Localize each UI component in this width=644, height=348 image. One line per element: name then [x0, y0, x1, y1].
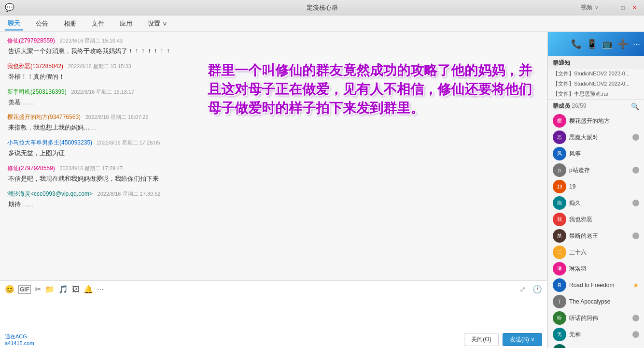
username-2[interactable]: 我也邪恶(137285042) — [7, 63, 63, 70]
menu-bar: 聊天 公告 相册 文件 应用 设置 ∨ — [0, 15, 644, 32]
gif-icon[interactable]: GIF — [18, 285, 31, 294]
member-item[interactable]: 琳琳洛羽 — [548, 261, 644, 277]
expand-icon[interactable]: ⤢ — [519, 285, 526, 294]
member-item[interactable]: 无无神 — [548, 326, 644, 343]
member-item[interactable]: 樱樱花盛开的地方 — [548, 113, 644, 129]
bell-icon[interactable]: 🔔 — [84, 285, 93, 294]
member-item[interactable]: 三三十六 — [548, 244, 644, 261]
member-item[interactable]: 风风筝 — [548, 145, 644, 162]
input-footer: 通在ACG a41415.com 关闭(O) 发送(S) ∨ — [0, 331, 547, 348]
message-header: 小马拉大车单男多主(450093235) 2022/8/16 星期二 17:28… — [7, 139, 540, 147]
message-block: 新手司机(2503136399) 2022/8/16 星期二 15:18:17 … — [7, 88, 540, 108]
notice-item-2[interactable]: 【文件】StudioNEOV2 2022-0... — [548, 79, 644, 89]
member-badge-icon — [632, 232, 639, 239]
footer-right: 关闭(O) 发送(S) ∨ — [464, 333, 542, 346]
close-btn[interactable]: × — [630, 3, 639, 12]
menu-notice[interactable]: 公告 — [33, 17, 51, 30]
menu-settings[interactable]: 设置 ∨ — [145, 17, 170, 30]
msg-content-7: 期待…… — [7, 200, 540, 210]
logo-line1: 通在ACG — [5, 333, 34, 340]
menu-album[interactable]: 相册 — [61, 17, 79, 30]
username-1[interactable]: 修仙(2797928559) — [7, 37, 55, 44]
members-header: 群成员 26/59 🔍 — [548, 99, 644, 113]
msg-time-4: 2022/8/16 星期二 16:07:29 — [85, 114, 149, 120]
username-3[interactable]: 新手司机(2503136399) — [7, 88, 67, 95]
member-item[interactable]: 听听话的阿伟 — [548, 310, 644, 326]
member-name: 琳洛羽 — [569, 265, 639, 273]
right-panel-sections: 群通知 【文件】StudioNEOV2 2022-0... 【文件】Studio… — [548, 56, 644, 348]
member-avatar: 恶 — [553, 130, 566, 144]
input-toolbar: 😊 GIF ✂ 📁 🎵 🖼 🔔 ··· ⤢ 🕐 — [0, 281, 547, 298]
member-list: 樱樱花盛开的地方恶恶魔大派对风风筝pp站遗存1919痴痴久我我也邪恶禁禁断的老王… — [548, 113, 644, 348]
message-block: 樱花盛开的地方(934776563) 2022/8/16 星期二 16:07:2… — [7, 113, 540, 133]
message-block: 潮汐海灵<ccc0993@vip.qq.com> 2022/8/16 星期二 1… — [7, 190, 540, 210]
call-icon[interactable]: 📞 — [571, 39, 582, 49]
member-item[interactable]: pp站遗存 — [548, 162, 644, 178]
scissors-icon[interactable]: ✂ — [35, 285, 41, 294]
message-block: 小马拉大车单男多主(450093235) 2022/8/16 星期二 17:28… — [7, 139, 540, 159]
more-icon[interactable]: ··· — [97, 285, 103, 294]
phone-icon[interactable]: 📱 — [587, 39, 597, 49]
member-badge-icon — [632, 134, 639, 141]
menu-app[interactable]: 应用 — [117, 17, 135, 30]
username-7[interactable]: 潮汐海灵<ccc0993@vip.qq.com> — [7, 190, 93, 197]
more-options-icon[interactable]: ··· — [633, 39, 640, 49]
member-item[interactable]: 痴痴久 — [548, 195, 644, 211]
menu-chat[interactable]: 聊天 — [5, 17, 23, 30]
message-header: 修仙(2797928559) 2022/8/16 星期二 17:29:47 — [7, 164, 540, 173]
screen-icon[interactable]: 📺 — [602, 39, 613, 49]
member-item[interactable]: 1919 — [548, 178, 644, 195]
close-button[interactable]: 关闭(O) — [464, 333, 498, 346]
member-item[interactable]: RRoad to Freedom★ — [548, 277, 644, 293]
member-name: 痴久 — [569, 199, 630, 207]
image-icon[interactable]: 🖼 — [72, 285, 80, 294]
send-button[interactable]: 发送(S) ∨ — [503, 333, 542, 346]
window-controls: 视频 ∨ — □ × — [578, 2, 639, 13]
folder-icon[interactable]: 📁 — [45, 285, 55, 294]
member-badge-icon — [632, 315, 639, 321]
member-name: 无神 — [569, 331, 630, 339]
messages-container: 修仙(2797928559) 2022/8/16 星期二 15:10:43 告诉… — [0, 32, 547, 280]
message-header: 新手司机(2503136399) 2022/8/16 星期二 15:18:17 — [7, 88, 540, 96]
msg-content-5: 多说无益，上图为证 — [7, 148, 540, 159]
member-avatar: 琳 — [553, 262, 566, 276]
right-panel-header: 📞 📱 📺 ➕ ··· — [548, 32, 644, 56]
notice-item-3[interactable]: 【文件】李思思预览.rar — [548, 89, 644, 99]
member-name: Road to Freedom — [569, 282, 630, 289]
username-5[interactable]: 小马拉大车单男多主(450093235) — [7, 139, 92, 146]
add-icon[interactable]: ➕ — [617, 39, 628, 49]
message-block: 我也邪恶(137285042) 2022/8/16 星期二 15:15:33 卧… — [7, 62, 540, 82]
msg-content-4: 来指教，我也想上我的妈妈…… — [7, 123, 540, 133]
minimize-btn[interactable]: — — [604, 3, 616, 12]
music-icon[interactable]: 🎵 — [58, 285, 68, 294]
member-search-icon[interactable]: 🔍 — [631, 102, 639, 110]
member-badge-icon — [632, 167, 639, 174]
msg-time-7: 2022/8/16 星期二 17:30:52 — [98, 191, 161, 197]
msg-content-3: 羡慕…… — [7, 98, 540, 108]
member-name: 19 — [569, 183, 639, 190]
notice-item-1[interactable]: 【文件】StudioNEOV2 2022-0... — [548, 69, 644, 79]
member-avatar: 痴 — [553, 196, 566, 210]
msg-content-1: 告诉大家一个好消息，我终于攻略我妈妈了！！！！！！！ — [7, 46, 540, 57]
member-item[interactable]: TThe Apocalypse — [548, 293, 644, 310]
member-avatar: 樱 — [553, 114, 566, 128]
right-panel: 📞 📱 📺 ➕ ··· 群通知 【文件】StudioNEOV2 2022-0..… — [547, 32, 644, 348]
username-4[interactable]: 樱花盛开的地方(934776563) — [7, 114, 81, 120]
member-name: 三十六 — [569, 248, 639, 257]
member-name: 恶魔大派对 — [569, 133, 630, 142]
member-item[interactable]: 衣衣一 — [548, 343, 644, 348]
message-header: 潮汐海灵<ccc0993@vip.qq.com> 2022/8/16 星期二 1… — [7, 190, 540, 198]
member-item[interactable]: 我我也邪恶 — [548, 211, 644, 228]
msg-content-6: 不信是吧，我现在就和我妈妈做爱呢，我给你们拍下来 — [7, 174, 540, 184]
video-btn[interactable]: 视频 ∨ — [578, 2, 602, 13]
menu-file[interactable]: 文件 — [89, 17, 107, 30]
username-6[interactable]: 修仙(2797928559) — [7, 165, 55, 172]
clock-icon[interactable]: 🕐 — [532, 285, 542, 294]
msg-content-2: 卧槽！！真的假的！ — [7, 72, 540, 82]
member-item[interactable]: 恶恶魔大派对 — [548, 129, 644, 145]
member-item[interactable]: 禁禁断的老王 — [548, 228, 644, 244]
emoji-icon[interactable]: 😊 — [5, 285, 14, 294]
restore-btn[interactable]: □ — [618, 3, 628, 12]
msg-time-1: 2022/8/16 星期二 15:10:43 — [59, 38, 123, 44]
message-input[interactable] — [0, 298, 547, 331]
